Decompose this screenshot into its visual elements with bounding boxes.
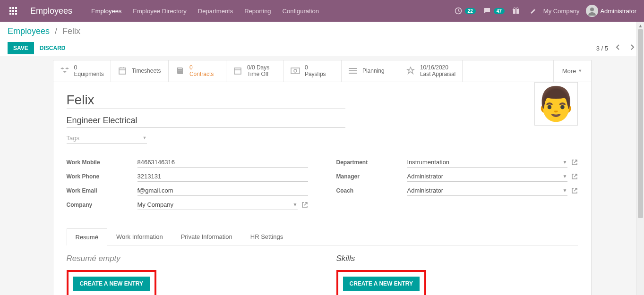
stat-appraisal[interactable]: 10/16/2020Last Appraisal xyxy=(399,60,463,82)
pager: 3 / 5 xyxy=(596,42,636,54)
caret-down-icon: ▼ xyxy=(143,135,147,140)
brand-title: Employees xyxy=(30,6,72,16)
stat-timeoff[interactable]: 0/0 DaysTime Off xyxy=(226,60,284,82)
activity-badge: 22 xyxy=(465,8,476,14)
book-icon xyxy=(175,66,185,76)
coach-value: Administrator xyxy=(407,187,444,194)
stat-more[interactable]: More ▼ xyxy=(553,60,591,82)
resume-highlight: CREATE A NEW ENTRY xyxy=(67,270,156,295)
save-button[interactable]: SAVE xyxy=(8,42,34,54)
name-input[interactable] xyxy=(67,92,345,109)
svg-rect-1 xyxy=(12,7,14,9)
svg-point-15 xyxy=(590,8,594,11)
stat-planning-label: Planning xyxy=(362,67,385,74)
scrollbar-thumb[interactable] xyxy=(638,29,643,218)
caret-down-icon: ▼ xyxy=(578,68,582,73)
svg-rect-16 xyxy=(119,68,126,74)
caret-down-icon: ▼ xyxy=(563,160,567,165)
skills-title: Skills xyxy=(336,254,578,263)
nav-departments[interactable]: Departments xyxy=(198,8,233,15)
messages-indicator[interactable]: 47 xyxy=(482,6,505,16)
svg-rect-6 xyxy=(9,13,11,15)
caret-down-icon: ▼ xyxy=(563,174,567,179)
stat-timesheets[interactable]: Timesheets xyxy=(111,60,169,82)
stat-equipments[interactable]: 0Equipments xyxy=(53,60,111,82)
svg-rect-21 xyxy=(178,70,182,70)
svg-rect-5 xyxy=(15,10,17,12)
cubes-icon xyxy=(60,66,69,76)
stat-payslips[interactable]: 0Payslips xyxy=(284,60,342,82)
svg-rect-8 xyxy=(15,13,17,15)
external-link-icon[interactable] xyxy=(571,173,578,180)
pager-prev[interactable] xyxy=(614,42,622,54)
wrench-icon[interactable] xyxy=(527,6,537,16)
nav-configuration[interactable]: Configuration xyxy=(283,8,319,15)
company-selector[interactable]: My Company xyxy=(543,8,580,15)
svg-rect-12 xyxy=(515,9,516,14)
svg-rect-20 xyxy=(178,68,182,69)
svg-rect-3 xyxy=(9,10,11,12)
messages-badge: 47 xyxy=(494,8,505,14)
control-panel: Employees / Felix SAVE DISCARD 3 / 5 xyxy=(0,22,644,56)
svg-rect-27 xyxy=(349,70,357,71)
tab-private-info[interactable]: Private Information xyxy=(172,228,241,245)
svg-point-25 xyxy=(294,69,297,72)
external-link-icon[interactable] xyxy=(301,202,308,208)
stat-contracts-value: 0 xyxy=(189,64,214,71)
bars-icon xyxy=(348,66,358,76)
gift-icon[interactable] xyxy=(511,6,521,16)
calendar-icon xyxy=(118,66,127,76)
create-skill-button[interactable]: CREATE A NEW ENTRY xyxy=(343,277,420,291)
manager-select[interactable]: Administrator ▼ xyxy=(407,171,567,182)
work-phone-input[interactable] xyxy=(137,171,308,182)
external-link-icon[interactable] xyxy=(571,159,578,166)
company-select[interactable]: My Company ▼ xyxy=(137,200,298,210)
stat-buttons: 0Equipments Timesheets 0Contracts 0/0 Da… xyxy=(53,60,591,82)
activity-indicator[interactable]: 22 xyxy=(454,6,476,16)
apps-icon[interactable] xyxy=(8,5,19,17)
calendar-icon xyxy=(233,66,242,76)
breadcrumb-root[interactable]: Employees xyxy=(8,26,50,36)
svg-rect-26 xyxy=(349,68,357,69)
employee-avatar[interactable]: 👨 xyxy=(534,82,578,126)
work-mobile-input[interactable] xyxy=(137,157,308,168)
stat-planning[interactable]: Planning xyxy=(342,60,399,82)
svg-rect-0 xyxy=(9,7,11,9)
department-select[interactable]: Instrumentation ▼ xyxy=(407,157,567,168)
create-resume-button[interactable]: CREATE A NEW ENTRY xyxy=(73,277,150,291)
pager-next[interactable] xyxy=(628,42,636,54)
caret-down-icon: ▼ xyxy=(293,202,298,207)
job-title-input[interactable] xyxy=(67,114,345,128)
tab-work-info[interactable]: Work Information xyxy=(107,228,172,245)
nav-directory[interactable]: Employee Directory xyxy=(133,8,186,15)
resume-title: Resumé empty xyxy=(67,254,308,263)
stat-timeoff-label: Time Off xyxy=(247,71,269,77)
skills-highlight: CREATE A NEW ENTRY xyxy=(336,270,426,295)
scrollbar[interactable]: ▲ xyxy=(636,22,644,295)
stat-contracts-label: Contracts xyxy=(189,71,214,77)
work-email-input[interactable] xyxy=(137,185,308,196)
tab-resume[interactable]: Resumé xyxy=(67,228,107,245)
tags-placeholder: Tags xyxy=(67,135,79,142)
coach-label: Coach xyxy=(336,187,407,194)
user-menu[interactable]: Administrator xyxy=(586,5,636,17)
svg-rect-2 xyxy=(15,7,17,9)
stat-equipments-label: Equipments xyxy=(74,71,104,77)
money-icon xyxy=(291,66,300,76)
discard-button[interactable]: DISCARD xyxy=(38,42,68,54)
coach-select[interactable]: Administrator ▼ xyxy=(407,185,567,196)
tab-hr-settings[interactable]: HR Settings xyxy=(241,228,292,245)
svg-rect-22 xyxy=(234,68,241,74)
nav-reporting[interactable]: Reporting xyxy=(244,8,271,15)
breadcrumb: Employees / Felix xyxy=(8,26,636,36)
tags-field[interactable]: Tags ▼ xyxy=(67,133,147,144)
scroll-up-icon[interactable]: ▲ xyxy=(637,22,644,29)
external-link-icon[interactable] xyxy=(571,187,578,194)
nav-employees[interactable]: Employees xyxy=(91,8,121,15)
work-phone-label: Work Phone xyxy=(67,173,137,180)
work-email-label: Work Email xyxy=(67,187,137,194)
svg-rect-4 xyxy=(12,10,14,12)
stat-appraisal-label: Last Appraisal xyxy=(420,71,455,77)
caret-down-icon: ▼ xyxy=(563,188,567,193)
stat-contracts[interactable]: 0Contracts xyxy=(169,60,226,82)
